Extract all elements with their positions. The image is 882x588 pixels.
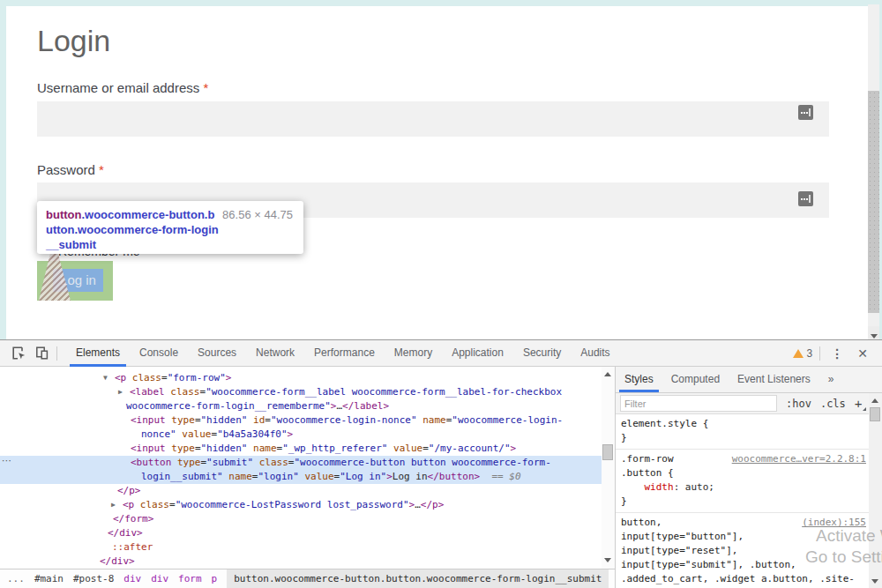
code-token: <input bbox=[131, 414, 166, 426]
breadcrumb-overflow[interactable]: ... bbox=[7, 573, 25, 584]
dom-tree-line[interactable]: ::after bbox=[0, 540, 602, 555]
breadcrumb-item[interactable]: #main bbox=[34, 573, 64, 584]
elements-scrollbar[interactable] bbox=[602, 367, 615, 569]
css-rule[interactable]: element.style {} bbox=[616, 414, 869, 450]
code-token: == $0 bbox=[491, 471, 520, 482]
cls-toggle[interactable]: .cls bbox=[820, 398, 846, 410]
tab-audits[interactable]: Audits bbox=[571, 340, 619, 367]
code-token: Log in bbox=[392, 471, 428, 482]
code-token: element.style { bbox=[621, 418, 708, 429]
tab-memory[interactable]: Memory bbox=[385, 340, 442, 367]
code-token: value bbox=[387, 443, 422, 454]
dom-tree-line[interactable]: </p> bbox=[0, 484, 602, 498]
breadcrumb-item[interactable]: div bbox=[151, 573, 168, 584]
device-toolbar-icon[interactable] bbox=[30, 342, 53, 365]
devtools-menu-icon[interactable]: ⋮ bbox=[824, 346, 850, 361]
dom-tree-line[interactable]: ▶<label class="woocommerce-form__label w… bbox=[0, 385, 602, 399]
sidebar-tab-computed[interactable]: Computed bbox=[662, 367, 729, 392]
css-rule[interactable]: woocommerce…ver=2.2.8:1.form-row.button … bbox=[616, 450, 869, 513]
dom-tree-line[interactable]: login__submit" name="login" value="Log i… bbox=[0, 470, 602, 484]
styles-filter-input[interactable] bbox=[620, 395, 777, 412]
code-token: = bbox=[195, 414, 201, 426]
browser-scrollbar-down-button[interactable] bbox=[868, 326, 879, 339]
ime-input-icon[interactable] bbox=[798, 105, 813, 120]
tab-application[interactable]: Application bbox=[442, 340, 513, 367]
code-token: > bbox=[511, 443, 517, 454]
css-rule-line: element.style { bbox=[621, 417, 865, 431]
breadcrumb-item[interactable]: #post-8 bbox=[73, 573, 114, 584]
styles-scrollbar-thumb[interactable] bbox=[870, 407, 880, 421]
warning-icon bbox=[793, 349, 804, 358]
code-token: "submit" bbox=[206, 457, 253, 468]
tab-performance[interactable]: Performance bbox=[304, 340, 385, 367]
dom-tree-line[interactable]: ▶<p class="woocommerce-LostPassword lost… bbox=[0, 498, 602, 512]
tab-elements[interactable]: Elements bbox=[66, 340, 130, 367]
new-style-rule-button[interactable]: + bbox=[855, 396, 863, 411]
code-token: } bbox=[621, 495, 627, 507]
dom-tree-line[interactable]: <button type="submit" class="woocommerce… bbox=[0, 456, 602, 470]
elements-scrollbar-thumb[interactable] bbox=[602, 444, 613, 460]
breadcrumb-item[interactable]: p bbox=[212, 573, 218, 584]
dom-tree-line[interactable]: nonce" value="b4a5a304f0"> bbox=[0, 428, 602, 442]
collapsed-arrow-icon[interactable]: ▶ bbox=[118, 385, 130, 399]
tab-security[interactable]: Security bbox=[513, 340, 571, 367]
page-content-background bbox=[6, 6, 868, 339]
warning-badge[interactable]: 3 bbox=[793, 347, 813, 360]
code-token: "Log in" bbox=[340, 471, 386, 482]
code-token: "_wp_http_referer" bbox=[282, 443, 387, 454]
css-rule-line: } bbox=[621, 495, 865, 509]
ime-input-icon[interactable] bbox=[798, 191, 813, 206]
arrow-down-icon[interactable] bbox=[871, 579, 878, 584]
inspect-element-icon[interactable] bbox=[7, 342, 30, 365]
code-token: "woocommerce-login-nonce" bbox=[271, 414, 417, 426]
code-token: input[type="submit"], .button, bbox=[621, 559, 796, 570]
code-token: "woocommerce-form__label woocommerce-for… bbox=[206, 386, 562, 398]
code-token: </div> bbox=[100, 555, 135, 567]
arrow-down-icon[interactable] bbox=[604, 558, 611, 562]
devtools-close-icon[interactable]: ✕ bbox=[850, 346, 875, 361]
code-token: </p> bbox=[117, 485, 141, 496]
sidebar-tab-event-listeners[interactable]: Event Listeners bbox=[729, 367, 819, 392]
dom-tree-line[interactable]: </div> bbox=[0, 526, 602, 540]
dom-line-gutter-ellipsis[interactable]: ⋯ bbox=[2, 455, 11, 466]
stylesheet-link[interactable]: woocommerce…ver=2.2.8:1 bbox=[732, 453, 866, 465]
tab-sources[interactable]: Sources bbox=[188, 340, 246, 367]
code-token: class bbox=[126, 372, 161, 383]
expand-arrow-icon[interactable]: ▼ bbox=[103, 371, 115, 385]
code-token: value bbox=[299, 471, 334, 482]
hov-toggle[interactable]: :hov bbox=[786, 398, 811, 410]
dom-tree-line[interactable]: ▼<p class="form-row"> bbox=[0, 371, 602, 385]
breadcrumb-item[interactable]: form bbox=[178, 573, 202, 584]
code-token: .added_to_cart, .widget a.button, .site- bbox=[621, 573, 855, 584]
browser-scrollbar-thumb[interactable] bbox=[868, 91, 879, 313]
collapsed-arrow-icon[interactable]: ▶ bbox=[111, 498, 123, 512]
code-token: value bbox=[176, 428, 212, 440]
code-token: > bbox=[226, 372, 232, 383]
dom-tree-line[interactable]: woocommerce-form-login__rememberme">…</l… bbox=[0, 399, 602, 413]
tab-console[interactable]: Console bbox=[130, 340, 188, 367]
username-input[interactable] bbox=[37, 101, 829, 137]
tooltip-selector-line2: utton.woocommerce-form-login bbox=[46, 222, 295, 237]
code-token: name bbox=[247, 443, 276, 454]
code-token: "/my-account/" bbox=[429, 443, 511, 454]
tab-network[interactable]: Network bbox=[246, 340, 304, 367]
sidebar-tabs-more[interactable]: » bbox=[819, 367, 843, 392]
arrow-up-icon[interactable] bbox=[604, 372, 611, 376]
sidebar-tab-styles[interactable]: Styles bbox=[616, 367, 662, 392]
code-token: woocommerce-form-login__rememberme" bbox=[126, 400, 331, 412]
code-token: auto; bbox=[679, 481, 714, 493]
breadcrumb-item[interactable]: div bbox=[123, 573, 141, 584]
browser-scrollbar[interactable] bbox=[868, 4, 879, 339]
dom-tree-line[interactable]: <input type="hidden" id="woocommerce-log… bbox=[0, 413, 602, 428]
warning-count: 3 bbox=[807, 347, 813, 360]
dom-tree-line[interactable]: </div> bbox=[0, 555, 602, 569]
code-token: = bbox=[195, 443, 201, 454]
element-dimensions: 86.56 × 44.75 bbox=[222, 208, 293, 221]
tooltip-selector-line3: __submit bbox=[46, 237, 295, 252]
breadcrumb-item[interactable]: button.woocommerce-button.button.woocomm… bbox=[227, 569, 609, 588]
dom-tree-line[interactable]: </form> bbox=[0, 512, 602, 526]
code-token: nonce" bbox=[141, 428, 176, 440]
arrow-up-icon[interactable] bbox=[871, 398, 878, 403]
watermark-line1: Activate Wi bbox=[816, 525, 882, 547]
dom-tree-line[interactable]: <input type="hidden" name="_wp_http_refe… bbox=[0, 442, 602, 456]
